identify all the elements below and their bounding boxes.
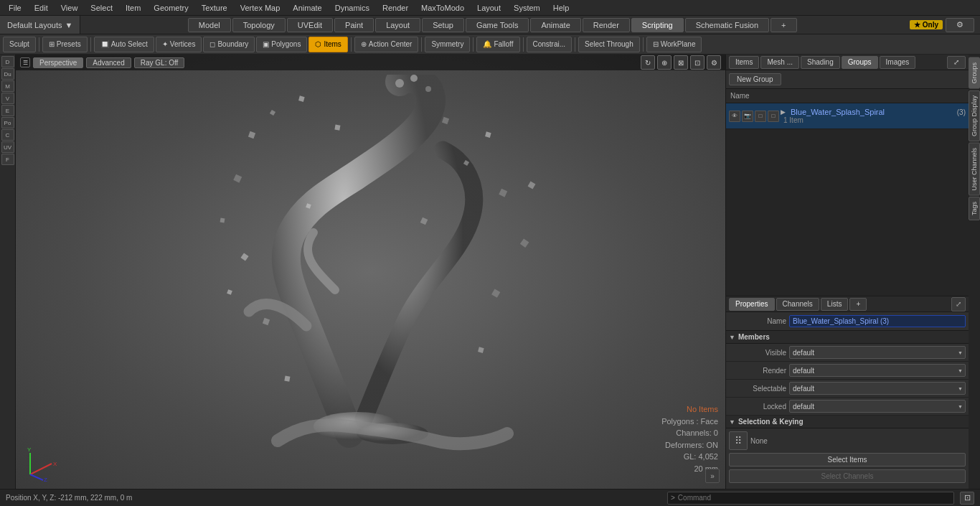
viewport-fit-icon[interactable]: ⊡ bbox=[690, 55, 705, 70]
props-tab-properties[interactable]: Properties bbox=[729, 298, 775, 311]
panel-tab-mesh[interactable]: Mesh ... bbox=[760, 56, 799, 69]
menu-render[interactable]: Render bbox=[377, 2, 414, 14]
menu-vertex-map[interactable]: Vertex Map bbox=[235, 2, 286, 14]
panel-tab-shading[interactable]: Shading bbox=[801, 56, 840, 69]
sidebar-tool-8[interactable]: UV bbox=[1, 141, 14, 153]
layout-dropdown[interactable]: Default Layouts ▼ bbox=[0, 16, 80, 34]
menu-item[interactable]: Item bbox=[120, 2, 146, 14]
group-lock-btn[interactable]: □ bbox=[768, 111, 779, 122]
boundary-btn[interactable]: ◻ Boundary bbox=[203, 37, 255, 52]
tab-animate[interactable]: Animate bbox=[530, 18, 580, 32]
menu-view[interactable]: View bbox=[55, 2, 84, 14]
groups-panel: New Group Name 👁 📷 □ □ ▶ bbox=[726, 70, 969, 489]
viewport-pan-icon[interactable]: ⊠ bbox=[674, 55, 688, 70]
sidebar-tool-1[interactable]: D bbox=[1, 56, 14, 67]
viewport-zoom-icon[interactable]: ⊕ bbox=[657, 55, 672, 70]
viewport-advanced-btn[interactable]: Advanced bbox=[86, 57, 131, 68]
name-column-header: Name bbox=[730, 92, 964, 100]
menu-dynamics[interactable]: Dynamics bbox=[329, 2, 375, 14]
selectable-select[interactable]: default bbox=[789, 382, 966, 395]
polygons-btn[interactable]: ▣ Polygons bbox=[256, 37, 307, 52]
viewport[interactable]: ☰ Perspective Advanced Ray GL: Off ↻ ⊕ ⊠… bbox=[16, 55, 725, 489]
panel-tab-groups[interactable]: Groups bbox=[842, 56, 878, 69]
group-cam-btn[interactable]: 📷 bbox=[742, 111, 753, 122]
tab-setup[interactable]: Setup bbox=[422, 18, 464, 32]
props-tab-add[interactable]: + bbox=[849, 298, 867, 311]
group-sub-label: 1 Item bbox=[781, 116, 966, 124]
menu-select[interactable]: Select bbox=[85, 2, 118, 14]
sidebar-tool-4[interactable]: V bbox=[1, 93, 14, 104]
tab-schematic[interactable]: Schematic Fusion bbox=[685, 18, 769, 32]
presets-btn[interactable]: ⊞ Presets bbox=[42, 37, 88, 52]
select-items-button[interactable]: Select Items bbox=[729, 453, 966, 467]
props-expand-btn[interactable]: ⤢ bbox=[951, 297, 966, 311]
tab-layout[interactable]: Layout bbox=[375, 18, 420, 32]
tab-topology[interactable]: Topology bbox=[232, 18, 286, 32]
tab-add[interactable]: + bbox=[771, 18, 796, 32]
sidebar-tool-5[interactable]: E bbox=[1, 105, 14, 116]
auto-select-btn[interactable]: 🔲 Auto Select bbox=[94, 37, 154, 52]
new-group-button[interactable]: New Group bbox=[729, 73, 781, 85]
tab-paint[interactable]: Paint bbox=[334, 18, 374, 32]
tab-uvedit[interactable]: UVEdit bbox=[287, 18, 333, 32]
side-tab-group-display[interactable]: Group Display bbox=[969, 90, 980, 141]
tab-game-tools[interactable]: Game Tools bbox=[466, 18, 529, 32]
tab-render[interactable]: Render bbox=[583, 18, 630, 32]
group-box-btn[interactable]: □ bbox=[755, 111, 766, 122]
panel-tab-items[interactable]: Items bbox=[729, 56, 759, 69]
settings-btn[interactable]: ⚙ bbox=[946, 18, 974, 32]
constraints-btn[interactable]: Constrai... bbox=[527, 37, 573, 52]
menu-edit[interactable]: Edit bbox=[29, 2, 54, 14]
falloff-btn[interactable]: 🔔 Falloff bbox=[476, 37, 519, 52]
sculpt-btn[interactable]: Sculpt bbox=[3, 37, 36, 52]
items-btn[interactable]: ⬡ Items bbox=[308, 37, 347, 52]
side-tab-groups[interactable]: Groups bbox=[969, 57, 980, 89]
viewport-expand-btn[interactable]: » bbox=[705, 469, 720, 483]
svg-rect-25 bbox=[491, 289, 500, 297]
name-input[interactable] bbox=[789, 315, 966, 327]
sidebar-tool-6[interactable]: Po bbox=[1, 117, 14, 128]
members-section-header[interactable]: ▼ Members bbox=[726, 331, 969, 344]
side-tab-user-channels[interactable]: User Channels bbox=[969, 143, 980, 196]
locked-select[interactable]: default bbox=[789, 400, 966, 413]
command-field[interactable] bbox=[678, 494, 951, 502]
menu-maxtomodo[interactable]: MaxToModo bbox=[415, 2, 470, 14]
sidebar-tool-3[interactable]: M bbox=[1, 80, 14, 92]
select-channels-button[interactable]: Select Channels bbox=[729, 469, 966, 483]
workplane-btn[interactable]: ⊟ WorkPlane bbox=[646, 37, 702, 52]
vertices-btn[interactable]: ✦ Vertices bbox=[156, 37, 202, 52]
viewport-menu-btn[interactable]: ☰ bbox=[20, 57, 30, 67]
action-center-btn[interactable]: ⊕ Action Center bbox=[354, 37, 419, 52]
menu-system[interactable]: System bbox=[508, 2, 546, 14]
viewport-rotate-icon[interactable]: ↻ bbox=[641, 55, 655, 70]
menu-texture[interactable]: Texture bbox=[196, 2, 233, 14]
select-through-btn[interactable]: Select Through bbox=[578, 37, 640, 52]
viewport-settings-icon[interactable]: ⚙ bbox=[707, 55, 721, 70]
panel-tab-images[interactable]: Images bbox=[880, 56, 916, 69]
props-tab-lists[interactable]: Lists bbox=[821, 298, 849, 311]
group-suffix-label: (3) bbox=[957, 108, 966, 116]
menu-file[interactable]: File bbox=[3, 2, 27, 14]
visible-select[interactable]: default bbox=[789, 346, 966, 359]
command-options-btn[interactable]: ⊡ bbox=[960, 492, 974, 505]
menu-animate[interactable]: Animate bbox=[287, 2, 327, 14]
sidebar-tool-9[interactable]: F bbox=[1, 154, 14, 165]
side-tab-tags[interactable]: Tags bbox=[969, 197, 980, 220]
viewport-raygl-btn[interactable]: Ray GL: Off bbox=[134, 57, 185, 68]
tab-model[interactable]: Model bbox=[188, 18, 231, 32]
tab-scripting[interactable]: Scripting bbox=[631, 18, 684, 32]
panel-expand-btn[interactable]: ⤢ bbox=[947, 56, 966, 69]
group-eye-btn[interactable]: 👁 bbox=[729, 111, 740, 122]
sidebar-tool-7[interactable]: C bbox=[1, 129, 14, 141]
menu-geometry[interactable]: Geometry bbox=[148, 2, 194, 14]
viewport-perspective-btn[interactable]: Perspective bbox=[33, 57, 83, 68]
group-row-1[interactable]: 👁 📷 □ □ ▶ Blue_Water_Splash_Spiral (3) 1… bbox=[726, 103, 969, 129]
keying-grid-icon[interactable]: ⠿ bbox=[729, 431, 748, 450]
menu-help[interactable]: Help bbox=[547, 2, 575, 14]
render-select[interactable]: default bbox=[789, 364, 966, 377]
props-tab-channels[interactable]: Channels bbox=[776, 298, 819, 311]
sel-keying-section-header[interactable]: ▼ Selection & Keying bbox=[726, 416, 969, 428]
sidebar-tool-2[interactable]: Du bbox=[1, 68, 14, 80]
symmetry-btn[interactable]: Symmetry bbox=[425, 37, 470, 52]
menu-layout[interactable]: Layout bbox=[471, 2, 507, 14]
